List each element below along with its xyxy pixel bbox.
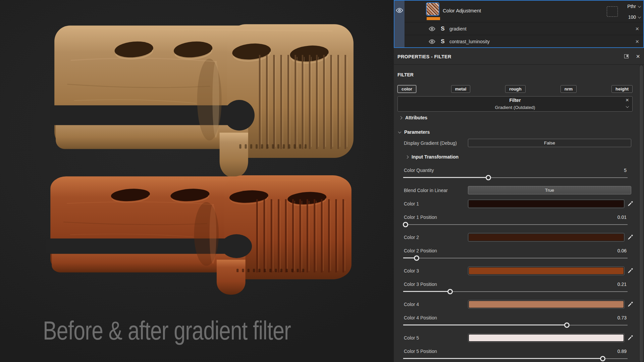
slider-knob[interactable] xyxy=(486,175,491,180)
color-position-label: Color 2 Position xyxy=(404,246,437,255)
scrollbar-thumb[interactable] xyxy=(640,65,643,362)
color-position-row: Color 4 Position 0.73 xyxy=(394,313,639,322)
blend-linear-label: Blend Color in Linear xyxy=(404,186,448,195)
color-quantity-label: Color Quantity xyxy=(404,166,434,175)
color-position-value: 0.21 xyxy=(618,280,627,289)
attributes-label: Attributes xyxy=(405,115,427,120)
color-position-value: 0.73 xyxy=(618,313,627,322)
properties-scrollbar[interactable] xyxy=(639,65,643,362)
display-gradient-toggle[interactable]: False xyxy=(468,139,631,147)
attributes-section-header[interactable]: Attributes xyxy=(399,114,427,122)
layer-row-color-adjustment[interactable]: Color Adjustment Pthr 100 xyxy=(405,1,643,22)
eyedropper-icon[interactable] xyxy=(627,335,634,341)
eyedropper-icon[interactable] xyxy=(627,301,634,308)
remove-effect-icon[interactable]: × xyxy=(635,39,639,45)
layer-color-tag xyxy=(427,17,440,20)
color-stop-row: Color 2 xyxy=(394,233,639,242)
slider-knob[interactable] xyxy=(414,255,419,261)
slider-knob[interactable] xyxy=(564,322,570,328)
color-quantity-slider[interactable] xyxy=(403,175,628,180)
filter-dropdown-label: Filter xyxy=(398,98,632,103)
slider-knob[interactable] xyxy=(403,222,408,227)
color-swatch-fill xyxy=(469,335,624,341)
channel-button-metal[interactable]: metal xyxy=(451,85,471,93)
layer-name[interactable]: Color Adjustment xyxy=(443,1,481,20)
color-position-slider[interactable] xyxy=(403,356,628,361)
color-position-label: Color 5 Position xyxy=(404,347,437,356)
color-position-label: Color 4 Position xyxy=(404,313,437,322)
color-stop-row: Color 5 xyxy=(394,334,639,342)
effect-row-contrast-luminosity[interactable]: S contrast_luminosity × xyxy=(405,35,643,48)
color-position-row: Color 3 Position 0.21 xyxy=(394,280,639,289)
clear-filter-icon[interactable]: × xyxy=(626,97,629,104)
color-swatch[interactable] xyxy=(468,300,625,309)
eyedropper-icon[interactable] xyxy=(627,267,634,274)
color-swatch[interactable] xyxy=(468,334,625,342)
filter-section-label: FILTER xyxy=(397,72,414,77)
substance-painter-window: Before & after gradient filter Color Adj… xyxy=(0,0,644,362)
color-position-slider[interactable] xyxy=(403,255,628,261)
effect-name: gradient xyxy=(449,26,467,32)
color-position-label: Color 3 Position xyxy=(404,280,437,289)
blend-linear-toggle[interactable]: True xyxy=(468,186,631,194)
effect-visibility-eye-icon[interactable] xyxy=(429,25,435,34)
channel-button-rough[interactable]: rough xyxy=(505,85,526,93)
effect-row-gradient[interactable]: S gradient × xyxy=(405,22,643,35)
slider-knob[interactable] xyxy=(447,289,453,294)
opacity-value: 100 xyxy=(628,14,636,20)
color-quantity-value: 5 xyxy=(624,166,627,175)
color-stop-row: Color 4 xyxy=(394,300,639,309)
chevron-down-icon xyxy=(638,4,641,8)
input-transformation-header[interactable]: Input Transformation xyxy=(406,153,459,161)
color-quantity-row: Color Quantity 5 xyxy=(394,166,639,175)
color-position-slider[interactable] xyxy=(403,222,628,227)
color-swatch-fill xyxy=(469,267,624,274)
slider-knob[interactable] xyxy=(600,356,605,361)
display-gradient-label: Display Gradient (Debug) xyxy=(404,139,457,147)
channel-button-height[interactable]: height xyxy=(611,85,633,93)
color-swatch[interactable] xyxy=(468,199,625,208)
color-swatch[interactable] xyxy=(468,266,625,275)
remove-effect-icon[interactable]: × xyxy=(635,26,639,32)
model-before-render xyxy=(50,19,356,180)
eyedropper-icon[interactable] xyxy=(627,200,634,207)
color-swatch-fill xyxy=(469,234,624,241)
blend-mode-dropdown[interactable]: Pthr xyxy=(627,4,641,9)
color-position-value: 0.01 xyxy=(618,213,627,222)
color-position-label: Color 1 Position xyxy=(404,213,437,222)
layer-thumbnail[interactable] xyxy=(426,2,439,16)
slider-fill xyxy=(403,177,488,178)
parameters-section-header[interactable]: Parameters xyxy=(398,128,430,136)
color-position-row: Color 5 Position 0.89 xyxy=(394,347,639,356)
layer-mask-placeholder[interactable] xyxy=(607,6,618,17)
eyedropper-icon[interactable] xyxy=(627,234,634,241)
effect-visibility-eye-icon[interactable] xyxy=(429,38,435,46)
filter-dropdown[interactable]: Filter Gradient (Outdated) × xyxy=(397,96,633,112)
viewport-caption: Before & after gradient filter xyxy=(43,316,291,345)
slider-fill xyxy=(403,324,567,325)
channel-button-nrm[interactable]: nrm xyxy=(560,85,577,93)
color-position-slider[interactable] xyxy=(403,289,628,294)
color-position-row: Color 1 Position 0.01 xyxy=(394,213,639,222)
slider-track[interactable] xyxy=(403,224,628,225)
chevron-down-icon xyxy=(638,15,641,18)
parameters-label: Parameters xyxy=(404,129,430,135)
blend-linear-row: Blend Color in Linear True xyxy=(394,186,639,195)
color-position-row: Color 2 Position 0.06 xyxy=(394,246,639,255)
layer-visibility-eye-icon[interactable] xyxy=(396,7,403,15)
color-stop-label: Color 2 xyxy=(404,233,419,242)
substance-effect-icon: S xyxy=(439,38,446,45)
viewport-3d[interactable]: Before & after gradient filter xyxy=(0,0,394,362)
display-gradient-row: Display Gradient (Debug) False xyxy=(394,139,639,147)
chevron-right-icon xyxy=(399,116,402,119)
color-position-slider[interactable] xyxy=(403,322,628,328)
color-swatch[interactable] xyxy=(468,233,625,242)
channel-button-color[interactable]: color xyxy=(397,85,416,93)
slider-fill xyxy=(403,358,603,359)
opacity-dropdown[interactable]: 100 xyxy=(628,14,641,20)
color-stop-row: Color 1 xyxy=(394,199,639,208)
color-swatch-fill xyxy=(469,200,624,207)
slider-track[interactable] xyxy=(403,258,628,258)
color-stop-label: Color 4 xyxy=(404,300,419,309)
channel-row: colormetalroughnrmheight xyxy=(397,84,633,94)
